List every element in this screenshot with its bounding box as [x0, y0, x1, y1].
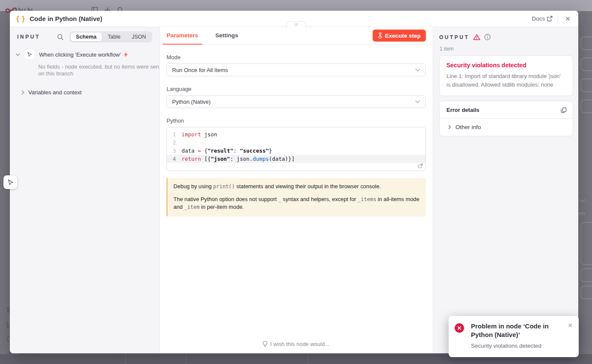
tab-schema[interactable]: Schema	[70, 32, 102, 42]
background-edge-box	[580, 268, 592, 282]
python-code-editor[interactable]: 1import json23data = {"result": "success…	[167, 127, 426, 171]
code-token: }	[269, 147, 272, 154]
input-search-button[interactable]	[57, 34, 64, 40]
node-title: Code in Python (Native)	[30, 15, 102, 22]
language-label: Language	[167, 86, 426, 92]
language-select[interactable]: Python (Native)	[167, 95, 426, 108]
node-feedback-link[interactable]: I wish this node would...	[160, 341, 433, 347]
toast-message: Security violations detected	[471, 343, 562, 349]
background-text-fragment: em	[577, 210, 585, 217]
docs-label: Docs	[532, 15, 545, 22]
code-token: _items	[358, 196, 376, 202]
input-panel-title: INPUT	[17, 34, 40, 40]
chevron-down-icon	[415, 100, 420, 103]
code-text: data = {"result": "success"}	[182, 147, 272, 155]
code-token: [{	[201, 156, 211, 162]
line-number: 3	[167, 147, 182, 155]
tab-settings[interactable]: Settings	[216, 27, 238, 44]
execute-step-button[interactable]: Execute step	[373, 30, 426, 42]
search-icon	[57, 34, 64, 40]
parameters-tabs-row: Parameters Settings Execute step	[160, 27, 433, 45]
warning-triangle-icon	[473, 34, 480, 40]
header-divider	[558, 15, 558, 23]
input-node-label: When clicking ‘Execute workflow’	[39, 51, 121, 58]
copy-icon	[561, 107, 567, 113]
external-link-icon	[547, 16, 553, 21]
editor-expand-icon[interactable]	[418, 163, 423, 168]
code-token: in per-item mode.	[200, 204, 244, 210]
background-chevron-icon	[580, 199, 586, 203]
error-details-card: Error details Other info	[439, 101, 573, 136]
manual-trigger-node-chip	[24, 49, 35, 60]
lightning-icon	[124, 52, 128, 57]
input-node-row[interactable]: When clicking ‘Execute workflow’	[15, 49, 152, 60]
node-feedback-label: I wish this node would...	[270, 341, 329, 347]
code-token: json	[201, 131, 217, 138]
modal-close-button[interactable]: ✕	[563, 14, 572, 24]
debug-hint-callout: Debug by using print() statements and vi…	[167, 178, 426, 217]
chevron-down-icon	[415, 68, 420, 72]
trigger-node-handle[interactable]	[3, 175, 17, 189]
line-number: 2	[167, 138, 182, 147]
toast-title: Problem in node ‘Code in Python (Native)…	[471, 322, 562, 340]
code-token: syntax and helpers, except for	[281, 196, 358, 202]
code-token: _item	[184, 204, 200, 210]
tab-parameters[interactable]: Parameters	[167, 27, 198, 44]
background-edge-box	[580, 57, 592, 71]
input-view-switcher: Schema Table JSON	[70, 31, 152, 42]
code-text: return [{"json": json.dumps(data)}]	[182, 155, 294, 163]
error-title: Security violations detected	[446, 62, 566, 69]
variables-context-label: Variables and context	[28, 89, 82, 96]
docs-link[interactable]: Docs	[532, 15, 553, 22]
error-toast: Problem in node ‘Code in Python (Native)…	[449, 316, 579, 357]
code-line[interactable]: 1import json	[167, 130, 425, 138]
toast-close-button[interactable]: ✕	[568, 322, 573, 357]
code-line[interactable]: 3data = {"result": "success"}	[167, 147, 425, 155]
info-circle-icon[interactable]	[484, 34, 491, 40]
code-token: "result"	[207, 147, 233, 154]
code-token: :	[233, 147, 240, 154]
input-empty-note: No fields - node executed, but no items …	[38, 63, 163, 78]
error-circle-icon	[455, 323, 464, 333]
parameters-scroll-area: Mode Run Once for All Items Language Pyt…	[160, 45, 433, 353]
mode-label: Mode	[167, 54, 426, 60]
line-number: 4	[167, 155, 182, 163]
copy-error-button[interactable]	[561, 107, 567, 113]
python-code-label: Python	[167, 117, 426, 124]
code-token: "json"	[211, 156, 230, 162]
error-details-title: Error details	[446, 107, 480, 113]
lightbulb-icon	[263, 341, 267, 347]
code-text: import json	[182, 130, 217, 138]
tab-table[interactable]: Table	[102, 32, 126, 42]
chevron-down-icon[interactable]	[15, 53, 20, 56]
code-token: dumps	[253, 156, 269, 162]
code-token: import	[182, 131, 201, 138]
code-token: "success"	[240, 147, 269, 154]
code-line[interactable]: 4return [{"json": json.dumps(data)}]	[167, 155, 425, 163]
mode-select[interactable]: Run Once for All Items	[167, 63, 426, 76]
chevron-right-icon	[448, 125, 451, 129]
variables-context-row[interactable]: Variables and context	[21, 89, 152, 96]
tab-json[interactable]: JSON	[126, 32, 152, 42]
parameters-panel: Parameters Settings Execute step Mode Ru…	[159, 27, 433, 353]
background-edge-box	[580, 286, 592, 299]
mode-value: Run Once for All Items	[172, 67, 228, 73]
code-token: Debug by using	[173, 183, 213, 190]
code-token: statements and viewing their output in t…	[235, 183, 381, 190]
other-info-toggle[interactable]: Other info	[440, 119, 573, 136]
code-token: {	[201, 147, 207, 154]
hint-paragraph: The native Python option does not suppor…	[173, 196, 420, 211]
execute-step-label: Execute step	[385, 33, 421, 39]
code-token: The native Python option does not suppor…	[173, 196, 278, 202]
cursor-icon	[27, 52, 32, 57]
hint-paragraph: Debug by using print() statements and vi…	[173, 183, 420, 191]
panel-drag-handle[interactable]	[286, 21, 306, 27]
code-line[interactable]: 2	[167, 138, 425, 147]
output-items-count: 1 item	[440, 46, 573, 52]
error-message: Line 1: Import of standard library modul…	[446, 72, 566, 89]
code-token: : json.	[230, 156, 253, 162]
output-error-card: Security violations detected Line 1: Imp…	[439, 55, 573, 96]
other-info-label: Other info	[455, 124, 481, 130]
output-panel: OUTPUT 1 item Security violations detect…	[433, 27, 578, 353]
chevron-right-icon	[21, 90, 24, 95]
